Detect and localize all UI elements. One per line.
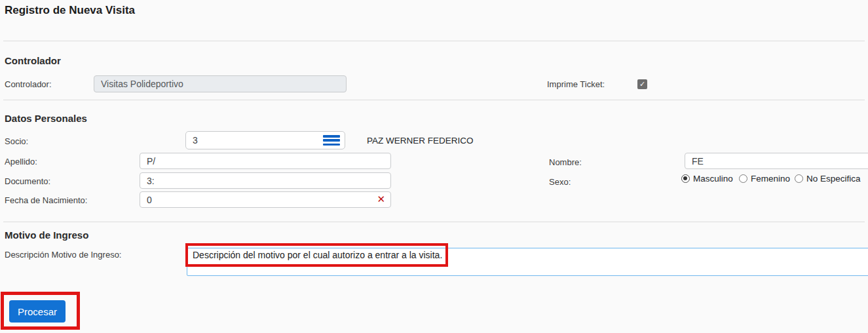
- socio-result-name: PAZ WERNER FEDERICO: [367, 136, 474, 146]
- nombre-input[interactable]: [685, 153, 868, 169]
- socio-input[interactable]: [185, 131, 345, 149]
- documento-input[interactable]: [140, 172, 391, 189]
- socio-field: [185, 131, 345, 149]
- apellido-input[interactable]: [140, 153, 391, 169]
- radio-button-icon[interactable]: [795, 174, 803, 183]
- fecha-nacimiento-label: Fecha de Nacimiento:: [5, 195, 87, 205]
- page-title: Registro de Nueva Visita: [5, 4, 135, 17]
- clear-x-icon[interactable]: ✕: [377, 193, 385, 205]
- descripcion-motivo-label: Descripción Motivo de Ingreso:: [5, 250, 121, 260]
- controlador-input[interactable]: [94, 75, 347, 92]
- radio-label: No Especifica: [806, 174, 861, 184]
- annotation-box-procesar: [1, 292, 80, 330]
- section-title-datos-personales: Datos Personales: [5, 113, 87, 124]
- checkmark-icon: ✓: [639, 80, 645, 88]
- divider: [3, 41, 865, 41]
- imprime-ticket-checkbox[interactable]: ✓: [637, 79, 647, 89]
- socio-label: Socio:: [5, 136, 28, 146]
- radio-button-icon[interactable]: [739, 174, 747, 183]
- divider: [3, 100, 865, 100]
- controlador-label: Controlador:: [5, 79, 52, 89]
- sexo-label: Sexo:: [549, 177, 571, 187]
- annotation-box-description: [185, 243, 448, 267]
- fecha-nacimiento-field: ✕: [140, 191, 391, 208]
- section-title-motivo-ingreso: Motivo de Ingreso: [5, 229, 88, 241]
- radio-femenino[interactable]: Femenino: [739, 174, 790, 184]
- apellido-label: Apellido:: [5, 157, 37, 166]
- radio-no-especifica[interactable]: No Especifica: [795, 174, 861, 184]
- radio-label: Masculino: [693, 174, 733, 184]
- socio-lookup-hamburger-icon[interactable]: [323, 135, 340, 146]
- documento-label: Documento:: [5, 176, 50, 186]
- radio-masculino[interactable]: Masculino: [681, 174, 733, 184]
- radio-button-icon[interactable]: [681, 174, 690, 183]
- imprime-ticket-label: Imprime Ticket:: [547, 79, 605, 89]
- nombre-label: Nombre:: [549, 157, 582, 167]
- divider: [3, 222, 865, 222]
- radio-label: Femenino: [751, 174, 790, 184]
- section-title-controlador: Controlador: [5, 55, 61, 66]
- fecha-nacimiento-input[interactable]: [140, 191, 391, 208]
